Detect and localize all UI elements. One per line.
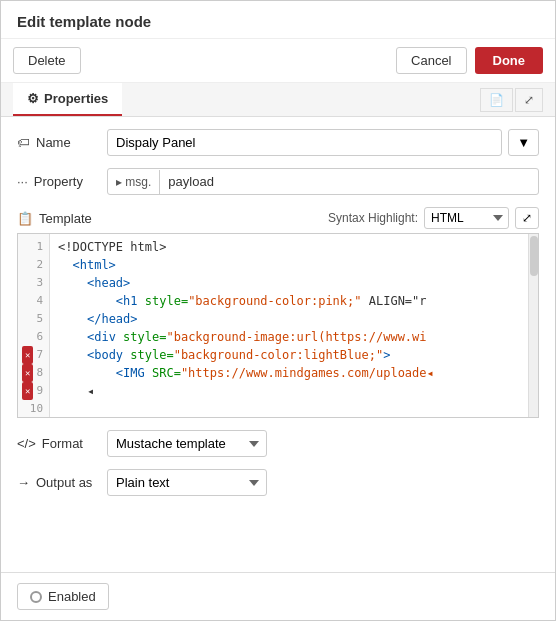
property-prefix[interactable]: ▸ msg. [108,170,160,194]
template-label: 📋 Template [17,211,107,226]
syntax-controls: Syntax Highlight: HTML CSS JavaScript Ma… [328,207,539,229]
output-label: → Output as [17,475,107,490]
line-3: 3 [18,274,49,292]
output-row: → Output as Plain text Parsed JSON [17,469,539,496]
enabled-radio [30,591,42,603]
line-4: 4 [18,292,49,310]
tab-expand-button[interactable]: ⤢ [515,88,543,112]
code-line-8: <div style="background-image:url(https:/… [50,328,528,346]
line-2: 2 [18,256,49,274]
name-control: ▼ [107,129,539,156]
tag-icon: 🏷 [17,135,30,150]
code-line-5: <h1 style="background-color:pink;" ALIGN… [50,292,528,310]
done-button[interactable]: Done [475,47,544,74]
output-icon: → [17,475,30,490]
code-line-10: <IMG SRC="https://www.mindgames.com/uplo… [50,364,528,382]
enabled-button[interactable]: Enabled [17,583,109,610]
code-line-9: <body style="background-color:lightBlue;… [50,346,528,364]
name-label: 🏷 Name [17,135,107,150]
line-1: 1 [18,238,49,256]
format-label: </> Format [17,436,107,451]
tab-properties-label: Properties [44,91,108,106]
output-select[interactable]: Plain text Parsed JSON [107,469,267,496]
content-area: 🏷 Name ▼ ··· Property ▸ msg. payload [1,117,555,572]
code-line-4: <head> [50,274,528,292]
line-6: 6 [18,328,49,346]
syntax-label: Syntax Highlight: [328,211,418,225]
tab-bar: ⚙ Properties 📄 ⤢ [1,83,555,117]
name-type-button[interactable]: ▼ [508,129,539,156]
gear-icon: ⚙ [27,91,39,106]
dialog-title: Edit template node [1,1,555,39]
line-7-error: ✕7 [18,346,49,364]
code-content[interactable]: <!DOCTYPE html> <html> <head> <h1 style=… [50,234,528,417]
property-label: ··· Property [17,174,107,189]
code-scrollbar[interactable] [528,234,538,417]
name-input[interactable] [107,129,502,156]
template-section: 📋 Template Syntax Highlight: HTML CSS Ja… [17,207,539,418]
line-5: 5 [18,310,49,328]
footer: Enabled [1,572,555,620]
code-line-11: ◂ [50,382,528,400]
format-select[interactable]: Mustache template Plain text [107,430,267,457]
line-8-error: ✕8 [18,364,49,382]
tab-doc-button[interactable]: 📄 [480,88,513,112]
edit-template-dialog: Edit template node Delete Cancel Done ⚙ … [0,0,556,621]
line-10: 10 [18,400,49,418]
delete-button[interactable]: Delete [13,47,81,74]
format-row: </> Format Mustache template Plain text [17,430,539,457]
name-row: 🏷 Name ▼ [17,129,539,156]
syntax-select[interactable]: HTML CSS JavaScript Markdown [424,207,509,229]
code-line-2: <html> [50,256,528,274]
property-value: payload [160,169,538,194]
format-icon: </> [17,436,36,451]
enabled-label: Enabled [48,589,96,604]
template-icon: 📋 [17,211,33,226]
cancel-button[interactable]: Cancel [396,47,466,74]
code-editor[interactable]: 1 2 3 4 5 6 ✕7 ✕8 ✕9 10 11 <!DOCTYPE htm… [17,233,539,418]
expand-editor-button[interactable]: ⤢ [515,207,539,229]
tab-icon-buttons: 📄 ⤢ [480,88,543,112]
line-numbers: 1 2 3 4 5 6 ✕7 ✕8 ✕9 10 11 [18,234,50,417]
dots-icon: ··· [17,174,28,189]
template-header: 📋 Template Syntax Highlight: HTML CSS Ja… [17,207,539,229]
toolbar: Delete Cancel Done [1,39,555,83]
property-control[interactable]: ▸ msg. payload [107,168,539,195]
scrollbar-thumb [530,236,538,276]
toolbar-right: Cancel Done [396,47,543,74]
tab-properties[interactable]: ⚙ Properties [13,83,122,116]
code-line-7: </head> [50,310,528,328]
property-row: ··· Property ▸ msg. payload [17,168,539,195]
line-9-error: ✕9 [18,382,49,400]
code-line-1: <!DOCTYPE html> [50,238,528,256]
